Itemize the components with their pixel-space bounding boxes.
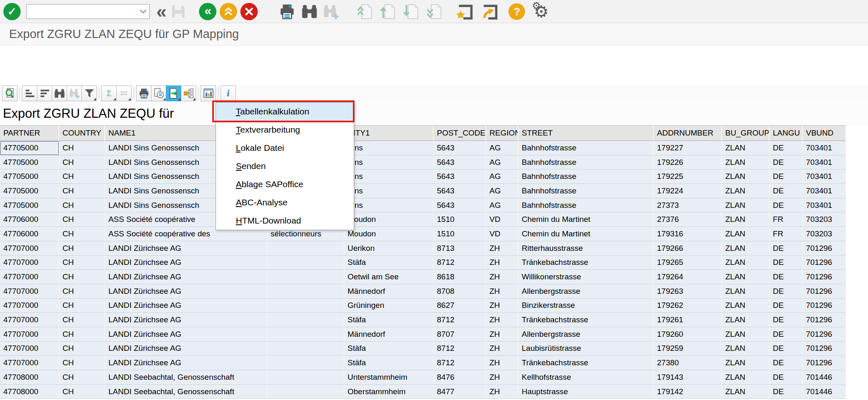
cell[interactable]: ZH	[486, 284, 518, 299]
cell[interactable]: LANDI Zürichsee AG	[105, 241, 267, 256]
cell[interactable]: 47705000	[0, 198, 59, 213]
cell[interactable]: VD	[486, 212, 518, 227]
find-button[interactable]	[301, 2, 318, 21]
cell[interactable]: CH	[59, 212, 105, 227]
cell[interactable]: 47705000	[0, 141, 59, 155]
cell[interactable]: 47707000	[0, 256, 59, 270]
cell[interactable]: Tränkebachstrasse	[518, 313, 654, 327]
cell[interactable]: 701296	[803, 241, 846, 256]
cell[interactable]: DE	[770, 256, 803, 270]
cell[interactable]: CH	[59, 227, 105, 241]
cell[interactable]: 701446	[803, 370, 846, 385]
cell[interactable]	[267, 241, 344, 256]
cell[interactable]: 703401	[803, 141, 846, 155]
cell[interactable]: Ritterhausstrasse	[518, 241, 654, 256]
cell[interactable]: ZLAN	[722, 327, 770, 342]
cell[interactable]: 179226	[654, 155, 722, 170]
cell[interactable]: Grüningen	[344, 299, 434, 313]
cell[interactable]: 701446	[803, 385, 846, 399]
first-page-button[interactable]	[356, 2, 374, 21]
cell[interactable]: 701296	[803, 327, 846, 342]
cell[interactable]: 701296	[803, 356, 846, 370]
cell[interactable]: 8707	[434, 327, 486, 342]
cell[interactable]: ZH	[486, 370, 518, 385]
cell[interactable]: 8618	[434, 270, 486, 284]
cell[interactable]: Oberstammheim	[344, 385, 434, 399]
cell[interactable]: 701296	[803, 342, 846, 356]
cell[interactable]: CH	[59, 299, 105, 313]
page-up-button[interactable]	[379, 2, 397, 21]
cell[interactable]: LANDI Zürichsee AG	[105, 356, 267, 370]
cell[interactable]: 47705000	[0, 169, 59, 184]
cell[interactable]: DE	[770, 342, 803, 356]
menu-item[interactable]: Lokale Datei	[216, 139, 354, 157]
column-header[interactable]: STREET	[518, 125, 654, 141]
cell[interactable]: DE	[770, 313, 803, 327]
cell[interactable]: 5643	[434, 141, 486, 155]
cell[interactable]: 5643	[434, 198, 486, 213]
column-header[interactable]: BU_GROUP	[722, 125, 770, 141]
cell[interactable]: ZLAN	[722, 313, 770, 327]
cell[interactable]: Kellhofstrasse	[518, 370, 654, 385]
cell[interactable]: ZLAN	[722, 184, 770, 198]
cell[interactable]: CH	[59, 356, 105, 370]
find-button-grid[interactable]	[52, 86, 67, 101]
cell[interactable]: 179263	[654, 284, 722, 299]
cell[interactable]: CH	[59, 155, 105, 170]
cell[interactable]: 8477	[434, 385, 486, 399]
cell[interactable]: AG	[486, 169, 518, 184]
cell[interactable]: Stäfa	[344, 256, 434, 270]
cell[interactable]: 47707000	[0, 241, 59, 256]
cell[interactable]	[267, 256, 344, 270]
menu-item[interactable]: HTML-Download	[216, 212, 354, 230]
column-header[interactable]: REGION	[486, 125, 518, 141]
cell[interactable]: 703401	[803, 198, 846, 213]
cell[interactable]: 8708	[434, 284, 486, 299]
cell[interactable]: VD	[486, 227, 518, 241]
cell[interactable]: 179262	[654, 299, 722, 313]
cell[interactable]: 8476	[434, 370, 486, 385]
cell[interactable]: CH	[59, 169, 105, 184]
cell[interactable]: 47707000	[0, 327, 59, 342]
cell[interactable]: 703401	[803, 169, 846, 184]
cell[interactable]: 179225	[654, 169, 722, 184]
cell[interactable]: 179259	[654, 342, 722, 356]
cell[interactable]: Laubisrütistrasse	[518, 342, 654, 356]
cell[interactable]: 179260	[654, 327, 722, 342]
enter-button[interactable]: ✓	[3, 2, 21, 21]
cell[interactable]: 703203	[803, 227, 846, 241]
page-down-button[interactable]	[403, 2, 420, 21]
cell[interactable]: LANDI Zürichsee AG	[105, 270, 267, 284]
cell[interactable]: 8712	[434, 342, 486, 356]
cell[interactable]: LANDI Seebachtal, Genossenschaft	[105, 370, 267, 385]
menu-item[interactable]: Tabellenkalkulation	[216, 102, 354, 121]
column-header[interactable]: COUNTRY	[59, 125, 105, 141]
cell[interactable]: ZLAN	[722, 370, 770, 385]
cell[interactable]: AG	[486, 155, 518, 170]
find-next-button-grid[interactable]	[67, 86, 82, 101]
cell[interactable]: Männedorf	[344, 327, 434, 342]
cell[interactable]: ZLAN	[722, 299, 770, 313]
menu-item[interactable]: ABC-Analyse	[216, 193, 354, 212]
cell[interactable]: Bahnhofstrasse	[518, 155, 654, 170]
cell[interactable]: Bahnhofstrasse	[518, 198, 654, 213]
cell[interactable]: 27376	[654, 212, 722, 227]
cell[interactable]: Chemin du Martinet	[518, 227, 654, 241]
cell[interactable]: 703401	[803, 155, 846, 170]
exit-button[interactable]	[220, 2, 237, 21]
cell[interactable]: 8713	[434, 241, 486, 256]
cell[interactable]: CH	[59, 385, 105, 399]
cell[interactable]: ZLAN	[722, 227, 770, 241]
cell[interactable]: CH	[59, 284, 105, 299]
cell[interactable]: DE	[770, 184, 803, 198]
cell[interactable]: 8712	[434, 256, 486, 270]
cell[interactable]: ZH	[486, 313, 518, 327]
column-header[interactable]: ADDRNUMBER	[654, 125, 722, 141]
menu-item[interactable]: Textverarbeitung	[216, 121, 354, 139]
cell[interactable]: ZLAN	[722, 169, 770, 184]
cell[interactable]: 701296	[803, 299, 846, 313]
cell[interactable]: Allenbergstrasse	[518, 327, 654, 342]
cell[interactable]: Bahnhofstrasse	[518, 141, 654, 155]
cell[interactable]: CH	[59, 141, 105, 155]
create-shortcut-button[interactable]	[456, 2, 474, 21]
